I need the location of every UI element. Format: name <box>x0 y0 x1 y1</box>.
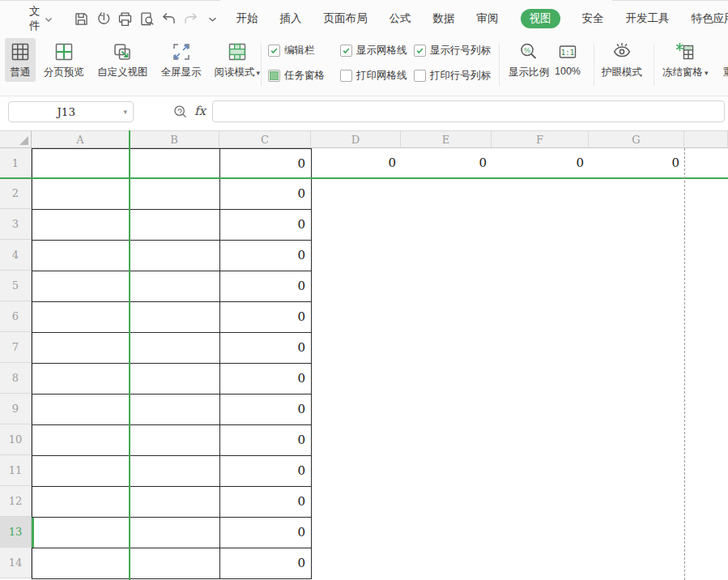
row-header-3[interactable]: 3 <box>0 209 32 240</box>
cell-A8[interactable] <box>32 363 130 394</box>
name-box[interactable]: J13 ▾ <box>8 101 134 122</box>
cell-C7[interactable]: 0 <box>219 332 312 364</box>
view-button-分页预览[interactable]: 分页预览 <box>39 38 89 82</box>
cell-A4[interactable] <box>32 240 130 271</box>
cell-A11[interactable] <box>32 455 130 487</box>
cell-C14[interactable]: 0 <box>219 548 312 579</box>
row-header-9[interactable]: 9 <box>0 394 32 424</box>
column-header-F[interactable]: F <box>492 130 589 148</box>
row-header-11[interactable]: 11 <box>0 455 32 486</box>
row-header-14[interactable]: 14 <box>0 548 32 578</box>
search-command-icon[interactable] <box>172 104 189 121</box>
name-box-dropdown-icon[interactable]: ▾ <box>123 108 127 116</box>
tab-特色应用[interactable]: 特色应用 <box>692 11 728 26</box>
cell-F1[interactable]: 0 <box>492 148 589 178</box>
tool-显示比例[interactable]: %显示比例 <box>504 38 554 82</box>
column-header-partial[interactable] <box>684 130 728 148</box>
cell-C9[interactable]: 0 <box>219 394 312 425</box>
cell-A5[interactable] <box>32 271 130 302</box>
cell-A13[interactable] <box>32 517 130 548</box>
column-header-A[interactable]: A <box>32 130 130 148</box>
cell-C1[interactable]: 0 <box>219 148 312 179</box>
file-menu-button[interactable]: 文件 <box>29 4 40 33</box>
cell-A7[interactable] <box>32 332 130 364</box>
cell-C3[interactable]: 0 <box>219 209 312 241</box>
tab-审阅[interactable]: 审阅 <box>477 11 499 26</box>
cell-B4[interactable] <box>130 240 220 271</box>
file-dropdown-icon[interactable] <box>45 11 53 26</box>
cell-D1[interactable]: 0 <box>311 148 401 178</box>
cell-C5[interactable]: 0 <box>219 271 312 302</box>
cell-G1[interactable]: 0 <box>589 148 684 178</box>
cell-B3[interactable] <box>130 209 220 241</box>
cell-B2[interactable] <box>130 178 220 210</box>
row-header-2[interactable]: 2 <box>0 178 32 209</box>
tab-视图[interactable]: 视图 <box>521 9 560 28</box>
row-header-4[interactable]: 4 <box>0 240 32 271</box>
cell-B11[interactable] <box>130 455 220 487</box>
tab-安全[interactable]: 安全 <box>582 11 604 26</box>
tool-100%[interactable]: 1:1100% <box>550 38 585 79</box>
column-header-E[interactable]: E <box>401 130 492 148</box>
cell-B6[interactable] <box>130 301 220 333</box>
cell-A9[interactable] <box>32 394 130 425</box>
cell-B7[interactable] <box>130 332 220 364</box>
row-header-8[interactable]: 8 <box>0 363 32 394</box>
tab-公式[interactable]: 公式 <box>390 11 411 26</box>
cell-C4[interactable]: 0 <box>219 240 312 271</box>
checkbox-打印行号列标[interactable]: 打印行号列标 <box>414 68 503 83</box>
cell-A14[interactable] <box>32 548 130 579</box>
row-header-7[interactable]: 7 <box>0 332 32 363</box>
tab-页面布局[interactable]: 页面布局 <box>324 11 368 26</box>
cell-C11[interactable]: 0 <box>219 455 312 487</box>
tab-开始[interactable]: 开始 <box>236 11 258 26</box>
export-icon[interactable] <box>92 9 114 28</box>
cell-B9[interactable] <box>130 394 220 425</box>
tab-数据[interactable]: 数据 <box>433 11 455 26</box>
cell-B5[interactable] <box>130 271 220 302</box>
more-commands-icon[interactable] <box>202 9 224 28</box>
cell-B13[interactable] <box>130 517 220 548</box>
cell-C8[interactable]: 0 <box>219 363 312 394</box>
print-preview-icon[interactable] <box>136 9 158 28</box>
cell-A10[interactable] <box>32 424 130 456</box>
row-header-13[interactable]: 13 <box>0 517 32 548</box>
cell-C13[interactable]: 0 <box>219 517 312 548</box>
redo-icon[interactable] <box>180 9 202 28</box>
cell-A6[interactable] <box>32 301 130 333</box>
column-header-B[interactable]: B <box>130 130 219 148</box>
row-header-6[interactable]: 6 <box>0 301 32 332</box>
cell-E1[interactable]: 0 <box>401 148 492 178</box>
view-button-自定义视图[interactable]: 自定义视图 <box>92 38 153 82</box>
cell-B10[interactable] <box>130 424 220 456</box>
view-button-阅读模式[interactable]: 阅读模式▾ <box>210 38 266 82</box>
cell-B1[interactable] <box>130 148 220 179</box>
view-button-全屏显示[interactable]: 全屏显示 <box>156 38 206 82</box>
checkbox-任务窗格[interactable]: 任务窗格 <box>268 68 340 83</box>
print-icon[interactable] <box>114 9 136 28</box>
tool-冻结窗格[interactable]: 冻结窗格▾ <box>658 38 713 82</box>
cell-A3[interactable] <box>32 209 130 241</box>
checkbox-显示网格线[interactable]: 显示网格线 <box>340 43 414 58</box>
tool-护眼模式[interactable]: 护眼模式 <box>597 38 647 82</box>
cell-A2[interactable] <box>32 178 130 210</box>
tab-开发工具[interactable]: 开发工具 <box>626 11 670 26</box>
tool-重[interactable]: 重 <box>713 38 728 82</box>
cell-C12[interactable]: 0 <box>219 486 312 518</box>
checkbox-显示行号列标[interactable]: 显示行号列标 <box>414 43 503 58</box>
cell-C6[interactable]: 0 <box>219 301 312 333</box>
tab-插入[interactable]: 插入 <box>280 11 302 26</box>
cell-B8[interactable] <box>130 363 220 394</box>
cell-B14[interactable] <box>130 548 220 579</box>
view-button-普通[interactable]: 普通 <box>5 38 36 82</box>
cell-A12[interactable] <box>32 486 130 518</box>
formula-input[interactable] <box>212 100 725 122</box>
cell-C2[interactable]: 0 <box>219 178 312 210</box>
undo-icon[interactable] <box>158 9 180 28</box>
column-header-G[interactable]: G <box>589 130 684 148</box>
save-icon[interactable] <box>70 9 92 28</box>
cell-B12[interactable] <box>130 486 220 518</box>
checkbox-打印网格线[interactable]: 打印网格线 <box>340 68 414 83</box>
row-header-1[interactable]: 1 <box>0 148 32 178</box>
row-header-12[interactable]: 12 <box>0 486 32 517</box>
